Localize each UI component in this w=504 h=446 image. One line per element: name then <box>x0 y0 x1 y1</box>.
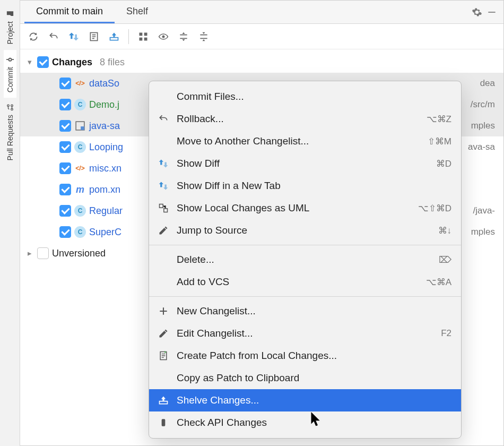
file-name: Demo.j <box>89 99 119 110</box>
gear-icon[interactable] <box>470 5 484 20</box>
context-menu-item[interactable]: Shelve Changes... <box>149 389 461 411</box>
diff-icon <box>157 181 170 191</box>
changes-label: Changes <box>52 57 92 68</box>
java-file-icon: C <box>74 99 86 110</box>
rail-label: Commit <box>6 67 14 92</box>
file-name: SuperC <box>89 227 121 238</box>
svg-point-11 <box>162 35 165 38</box>
tab-label: Commit to main <box>36 6 103 17</box>
collapse-icon[interactable] <box>195 28 213 46</box>
caret-down-icon[interactable]: ▾ <box>25 57 34 67</box>
checkbox[interactable] <box>37 56 49 68</box>
module-file-icon <box>74 120 86 132</box>
file-name: java-sa <box>89 121 120 132</box>
context-menu-label: Commit Files... <box>177 91 445 102</box>
svg-rect-10 <box>144 37 147 40</box>
rail-tab-pull-requests[interactable]: Pull Requests <box>4 98 16 166</box>
tab-commit[interactable]: Commit to main <box>24 1 115 23</box>
file-name: dataSo <box>89 78 119 89</box>
context-menu-label: Show Diff <box>177 158 430 169</box>
checkbox[interactable] <box>37 247 49 259</box>
context-menu-label: Delete... <box>177 254 432 265</box>
checkbox[interactable] <box>59 78 71 89</box>
checkbox[interactable] <box>59 205 71 217</box>
context-menu-separator <box>149 296 461 297</box>
refresh-icon[interactable] <box>24 28 42 46</box>
tab-header: Commit to main Shelf <box>20 1 503 24</box>
api-icon <box>157 417 170 428</box>
checkbox[interactable] <box>59 141 71 153</box>
context-menu-shortcut: ⌥⇧⌘D <box>418 203 451 214</box>
context-menu-item[interactable]: New Changelist... <box>149 300 461 322</box>
checkbox[interactable] <box>59 226 71 238</box>
expand-icon[interactable] <box>175 28 193 46</box>
context-menu-shortcut: ⌥⌘Z <box>427 114 451 125</box>
checkbox[interactable] <box>59 162 71 174</box>
file-path-suffix: mples <box>471 227 503 237</box>
minimize-icon[interactable] <box>484 5 499 20</box>
svg-rect-8 <box>144 32 147 36</box>
context-menu-label: New Changelist... <box>177 305 445 317</box>
context-menu-item[interactable]: Show Diff in a New Tab <box>149 175 461 197</box>
java-file-icon: C <box>74 205 86 217</box>
svg-rect-17 <box>160 401 168 404</box>
shelve-icon <box>157 395 170 406</box>
context-menu-item[interactable]: Commit Files... <box>149 85 461 108</box>
diff-icon <box>157 158 170 169</box>
context-menu-shortcut: F2 <box>441 328 451 339</box>
context-menu-item[interactable]: Add to VCS ⌥⌘A <box>149 271 461 293</box>
file-name: misc.xn <box>89 163 121 174</box>
plus-icon <box>157 306 170 316</box>
patch-icon <box>157 350 170 361</box>
context-menu-item[interactable]: Jump to Source ⌘↓ <box>149 219 461 242</box>
svg-point-1 <box>11 108 13 110</box>
file-path-suffix: dea <box>480 78 503 89</box>
rail-tab-commit[interactable]: Commit <box>4 50 16 98</box>
context-menu-item[interactable]: Show Local Changes as UML ⌥⇧⌘D <box>149 197 461 219</box>
checkbox[interactable] <box>59 184 71 195</box>
svg-rect-15 <box>164 209 168 212</box>
svg-rect-6 <box>110 37 118 40</box>
context-menu-item[interactable]: Create Patch from Local Changes... <box>149 345 461 367</box>
java-file-icon: C <box>74 141 86 153</box>
caret-right-icon[interactable]: ▸ <box>25 248 34 258</box>
context-menu-item[interactable]: Move to Another Changelist... ⇧⌘M <box>149 130 461 152</box>
checkbox[interactable] <box>59 120 71 132</box>
pull-request-icon <box>6 103 14 112</box>
view-options-icon[interactable] <box>154 28 172 46</box>
pencil-icon <box>157 328 170 339</box>
group-icon[interactable] <box>134 28 152 46</box>
rollback-icon[interactable] <box>45 28 63 46</box>
rail-tab-project[interactable]: Project <box>4 4 16 50</box>
context-menu: Commit Files... Rollback... ⌥⌘Z Move to … <box>149 81 462 439</box>
context-menu-item[interactable]: Edit Changelist... F2 <box>149 322 461 345</box>
xml-file-icon: </> <box>74 78 86 89</box>
context-menu-shortcut: ⌦ <box>439 254 451 265</box>
changelist-icon[interactable] <box>85 28 103 46</box>
context-menu-label: Add to VCS <box>177 276 420 288</box>
context-menu-shortcut: ⌘↓ <box>438 225 452 236</box>
checkbox[interactable] <box>59 99 71 110</box>
diff-icon[interactable] <box>65 28 83 46</box>
context-menu-shortcut: ⇧⌘M <box>428 136 451 147</box>
context-menu-item[interactable]: Check API Changes <box>149 411 461 434</box>
context-menu-label: Show Diff in a New Tab <box>177 180 445 192</box>
svg-rect-18 <box>162 419 166 426</box>
context-menu-shortcut: ⌘D <box>436 158 451 169</box>
svg-rect-9 <box>140 37 143 40</box>
maven-file-icon: m <box>74 184 86 195</box>
file-name: Looping <box>89 142 123 153</box>
context-menu-label: Rollback... <box>177 113 420 125</box>
tab-shelf[interactable]: Shelf <box>115 1 160 23</box>
changes-node[interactable]: ▾ Changes 8 files <box>20 52 503 73</box>
context-menu-separator <box>149 245 461 245</box>
context-menu-item[interactable]: Rollback... ⌥⌘Z <box>149 108 461 130</box>
context-menu-item[interactable]: Delete... ⌦ <box>149 248 461 271</box>
changes-count: 8 files <box>100 57 125 68</box>
svg-rect-7 <box>140 32 143 36</box>
context-menu-item[interactable]: Copy as Patch to Clipboard <box>149 367 461 389</box>
shelve-icon[interactable] <box>105 28 123 46</box>
context-menu-item[interactable]: Show Diff ⌘D <box>149 152 461 175</box>
left-rail: Project Commit Pull Requests <box>0 0 20 446</box>
context-menu-label: Create Patch from Local Changes... <box>177 350 445 362</box>
